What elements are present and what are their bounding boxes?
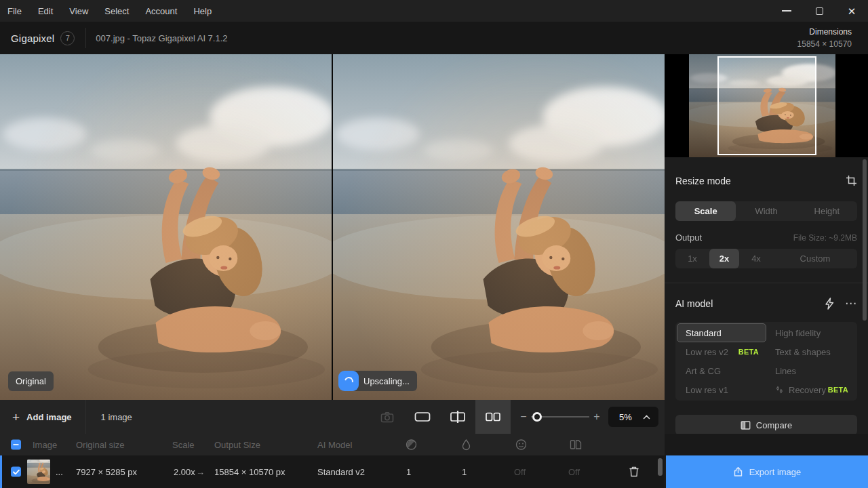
minimize-icon <box>782 10 791 12</box>
original-panel[interactable]: Original <box>0 54 332 400</box>
row-face-recovery-value[interactable]: Off <box>514 467 526 477</box>
sharpen-column-icon[interactable] <box>461 439 471 451</box>
model-text-shapes[interactable]: Text & shapes <box>766 342 856 361</box>
col-image[interactable]: Image <box>33 440 57 450</box>
model-standard[interactable]: Standard <box>677 323 766 342</box>
snapshot-button[interactable] <box>370 400 405 434</box>
plus-icon: + <box>12 411 20 424</box>
compare-label: Compare <box>756 420 792 430</box>
zoom-out-button[interactable]: − <box>519 411 528 423</box>
version-badge[interactable]: 7 <box>60 31 75 45</box>
menu-edit[interactable]: Edit <box>38 6 53 16</box>
single-view-button[interactable] <box>405 400 440 434</box>
title-bar: Gigapixel 7 007.jpg - Topaz Gigapixel AI… <box>0 22 868 54</box>
table-row[interactable]: ... 7927 × 5285 px 2.00x → 15854 × 10570… <box>0 455 665 488</box>
model-label: Text & shapes <box>775 347 831 357</box>
close-button[interactable]: ✕ <box>835 0 868 22</box>
export-image-button[interactable]: Export image <box>666 455 868 488</box>
preview-panel[interactable]: Upscaling... <box>333 54 665 400</box>
side-by-side-icon <box>485 411 501 422</box>
beta-badge: BETA <box>828 386 848 394</box>
model-art-cg[interactable]: Art & CG <box>677 361 766 380</box>
minimize-button[interactable] <box>770 0 803 22</box>
model-lines[interactable]: Lines <box>766 361 856 380</box>
menu-file[interactable]: File <box>7 6 22 16</box>
scale-4x-button[interactable]: 4x <box>739 249 773 268</box>
sidebar-body: Resize mode Scale Width Height Output Fi… <box>665 157 868 455</box>
model-recovery[interactable]: Recovery BETA <box>766 380 856 399</box>
col-ai-model[interactable]: AI Model <box>317 440 352 450</box>
more-options-icon[interactable]: ⋯ <box>845 300 857 307</box>
model-label: Standard <box>686 328 722 338</box>
face-recovery-column-icon[interactable] <box>515 439 527 451</box>
col-original-size[interactable]: Original size <box>76 440 125 450</box>
scale-custom-button[interactable]: Custom <box>773 249 857 268</box>
zoom-in-button[interactable]: + <box>592 411 601 423</box>
add-image-button[interactable]: + Add image <box>0 411 72 424</box>
model-label: High fidelity <box>775 328 821 338</box>
zoom-control: − + <box>519 411 601 423</box>
resize-mode-title: Resize mode <box>675 176 731 186</box>
row-gamma-value[interactable]: Off <box>568 467 580 477</box>
tab-width[interactable]: Width <box>736 201 796 221</box>
menu-view[interactable]: View <box>69 6 88 16</box>
tab-scale[interactable]: Scale <box>675 201 736 221</box>
table-header: Image Original size Scale Output Size AI… <box>0 434 665 455</box>
row-sharpen-value[interactable]: 1 <box>462 467 467 477</box>
table-scrollbar[interactable] <box>658 458 663 476</box>
row-denoise-value[interactable]: 1 <box>406 467 411 477</box>
minus-icon <box>13 442 19 448</box>
row-scale[interactable]: 2.00x <box>174 467 195 477</box>
beta-badge: BETA <box>738 348 759 356</box>
crop-icon[interactable] <box>846 175 857 186</box>
model-high-fidelity[interactable]: High fidelity <box>766 323 856 342</box>
row-ai-model[interactable]: Standard v2 <box>317 467 365 477</box>
scale-1x-button[interactable]: 1x <box>675 249 709 268</box>
view-mode-buttons <box>370 400 511 434</box>
tab-height[interactable]: Height <box>797 201 857 221</box>
trash-icon[interactable] <box>629 466 639 478</box>
lightning-icon[interactable] <box>824 298 835 310</box>
menu-help[interactable]: Help <box>193 6 212 16</box>
row-output-size: 15854 × 10570 px <box>214 467 285 477</box>
menu-select[interactable]: Select <box>104 6 129 16</box>
zoom-slider-knob[interactable] <box>532 412 542 422</box>
app-brand: Gigapixel 7 <box>0 31 75 45</box>
zoom-level-value: 5% <box>619 412 643 422</box>
col-output-size[interactable]: Output Size <box>214 440 260 450</box>
model-label: Art & CG <box>686 366 721 376</box>
resize-mode-tabs: Scale Width Height <box>675 201 857 221</box>
upscaled-photo <box>333 54 665 400</box>
split-view-button[interactable] <box>440 400 475 434</box>
image-queue-table: Image Original size Scale Output Size AI… <box>0 434 665 488</box>
select-all-checkbox[interactable] <box>11 440 21 450</box>
maximize-button[interactable] <box>803 0 835 22</box>
gamma-column-icon[interactable] <box>570 439 582 450</box>
close-icon: ✕ <box>848 6 856 16</box>
zoom-slider[interactable] <box>531 416 589 418</box>
row-checkbox[interactable] <box>11 467 21 477</box>
row-selected-accent <box>0 455 2 488</box>
compare-button[interactable]: Compare <box>675 415 857 435</box>
model-label: Lines <box>775 366 796 376</box>
zoom-level-dropdown[interactable]: 5% <box>608 407 658 427</box>
export-icon <box>733 466 743 477</box>
sidebar-scrollbar[interactable] <box>863 159 867 321</box>
title-separator <box>85 28 86 48</box>
maximize-icon <box>816 7 823 15</box>
compare-icon <box>741 420 751 430</box>
side-by-side-button[interactable] <box>475 400 511 434</box>
denoise-column-icon[interactable] <box>406 439 417 451</box>
scale-2x-button[interactable]: 2x <box>709 249 739 268</box>
navigator-viewport-box[interactable] <box>717 56 816 155</box>
model-low-res-v1[interactable]: Low res v1 <box>677 380 766 399</box>
ai-model-grid: Standard High fidelity Low res v2BETA Te… <box>675 322 857 401</box>
model-low-res-v2[interactable]: Low res v2BETA <box>677 342 766 361</box>
settings-sidebar: Resize mode Scale Width Height Output Fi… <box>665 54 868 488</box>
navigator-preview[interactable] <box>665 54 868 157</box>
gigapixel-window: File Edit View Select Account Help ✕ Gig… <box>0 0 868 488</box>
check-icon <box>13 469 20 474</box>
export-strip <box>665 434 868 455</box>
col-scale[interactable]: Scale <box>172 440 195 450</box>
menu-account[interactable]: Account <box>145 6 177 16</box>
